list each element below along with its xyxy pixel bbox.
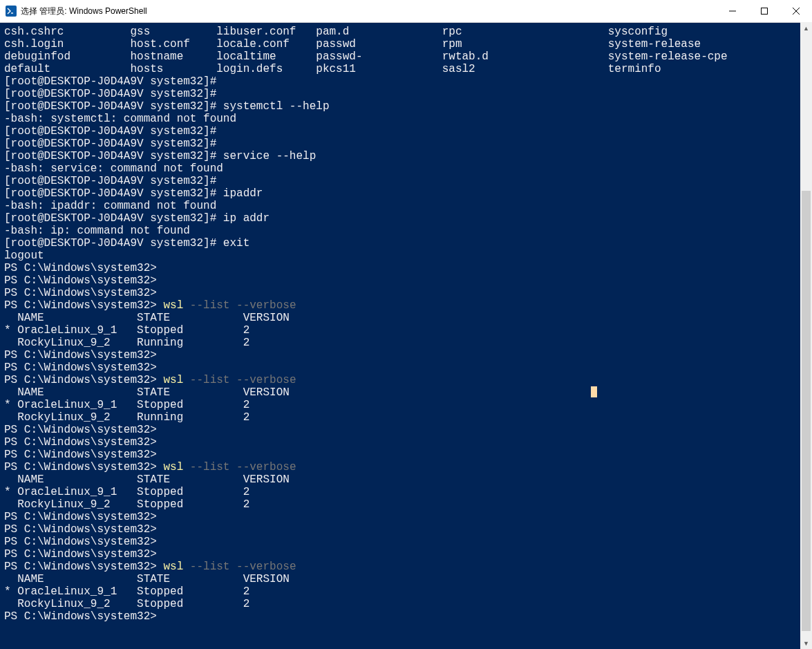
svg-rect-1 [762, 8, 768, 15]
close-button[interactable] [780, 0, 812, 22]
scroll-down-button[interactable]: ▼ [800, 637, 812, 649]
scroll-up-button[interactable]: ▲ [800, 22, 812, 34]
powershell-icon [6, 6, 17, 17]
maximize-button[interactable] [748, 0, 780, 22]
terminal-output[interactable]: csh.cshrc gss libuser.conf pam.d rpc sys… [0, 23, 812, 649]
powershell-window: 选择 管理员: Windows PowerShell csh.cshrc gss… [0, 0, 812, 649]
svg-rect-0 [6, 6, 17, 17]
window-title: 选择 管理员: Windows PowerShell [21, 6, 717, 17]
window-controls [717, 0, 812, 22]
scroll-track[interactable] [800, 34, 812, 637]
minimize-button[interactable] [717, 0, 748, 22]
scroll-thumb[interactable] [802, 191, 811, 631]
titlebar[interactable]: 选择 管理员: Windows PowerShell [0, 0, 812, 23]
vertical-scrollbar[interactable]: ▲ ▼ [800, 22, 812, 649]
